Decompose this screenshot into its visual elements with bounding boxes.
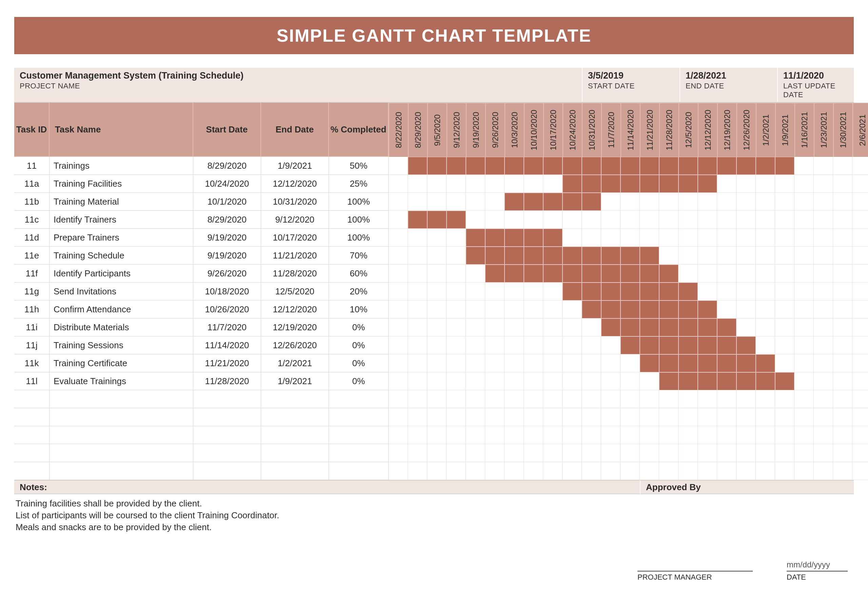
gantt-cell[interactable] bbox=[814, 354, 833, 372]
cell-id[interactable]: 11d bbox=[14, 229, 50, 247]
gantt-cell[interactable] bbox=[485, 264, 505, 283]
gantt-cell[interactable] bbox=[679, 211, 698, 229]
gantt-cell[interactable] bbox=[582, 444, 601, 462]
cell-name[interactable]: Training Sessions bbox=[50, 337, 193, 354]
gantt-cell[interactable] bbox=[814, 283, 833, 300]
gantt-cell[interactable] bbox=[485, 318, 505, 337]
gantt-cell[interactable] bbox=[736, 444, 756, 462]
gantt-cell[interactable] bbox=[505, 211, 524, 229]
gantt-cell[interactable] bbox=[852, 444, 868, 462]
cell-start[interactable]: 9/19/2020 bbox=[193, 247, 261, 264]
gantt-cell[interactable] bbox=[659, 390, 679, 408]
gantt-cell[interactable] bbox=[485, 300, 505, 318]
gantt-cell[interactable] bbox=[736, 337, 756, 354]
gantt-cell[interactable] bbox=[717, 462, 736, 480]
cell-start[interactable]: 10/26/2020 bbox=[193, 300, 261, 318]
gantt-cell[interactable] bbox=[852, 193, 868, 211]
gantt-cell[interactable] bbox=[640, 462, 659, 480]
gantt-cell[interactable] bbox=[698, 211, 717, 229]
gantt-cell[interactable] bbox=[446, 318, 466, 337]
gantt-cell[interactable] bbox=[543, 283, 563, 300]
gantt-cell[interactable] bbox=[543, 408, 563, 426]
empty-cell[interactable] bbox=[329, 426, 389, 444]
gantt-cell[interactable] bbox=[736, 318, 756, 337]
gantt-cell[interactable] bbox=[717, 408, 736, 426]
gantt-cell[interactable] bbox=[736, 426, 756, 444]
gantt-cell[interactable] bbox=[408, 462, 427, 480]
gantt-cell[interactable] bbox=[679, 462, 698, 480]
gantt-cell[interactable] bbox=[717, 283, 736, 300]
gantt-cell[interactable] bbox=[601, 444, 620, 462]
gantt-cell[interactable] bbox=[679, 247, 698, 264]
gantt-cell[interactable] bbox=[852, 211, 868, 229]
gantt-cell[interactable] bbox=[756, 462, 775, 480]
gantt-cell[interactable] bbox=[833, 372, 852, 390]
gantt-cell[interactable] bbox=[582, 408, 601, 426]
gantt-cell[interactable] bbox=[446, 283, 466, 300]
gantt-cell[interactable] bbox=[736, 175, 756, 193]
gantt-cell[interactable] bbox=[524, 354, 543, 372]
gantt-cell[interactable] bbox=[524, 390, 543, 408]
gantt-cell[interactable] bbox=[601, 264, 620, 283]
gantt-cell[interactable] bbox=[466, 408, 485, 426]
cell-name[interactable]: Training Schedule bbox=[50, 247, 193, 264]
gantt-cell[interactable] bbox=[466, 354, 485, 372]
gantt-cell[interactable] bbox=[466, 157, 485, 175]
gantt-cell[interactable] bbox=[814, 300, 833, 318]
gantt-cell[interactable] bbox=[620, 390, 640, 408]
gantt-cell[interactable] bbox=[563, 264, 582, 283]
gantt-cell[interactable] bbox=[794, 372, 814, 390]
gantt-cell[interactable] bbox=[408, 229, 427, 247]
gantt-cell[interactable] bbox=[582, 264, 601, 283]
cell-end[interactable]: 10/17/2020 bbox=[261, 229, 329, 247]
gantt-cell[interactable] bbox=[389, 193, 408, 211]
gantt-cell[interactable] bbox=[717, 157, 736, 175]
gantt-cell[interactable] bbox=[756, 300, 775, 318]
empty-cell[interactable] bbox=[50, 444, 193, 462]
gantt-cell[interactable] bbox=[601, 337, 620, 354]
gantt-cell[interactable] bbox=[601, 426, 620, 444]
gantt-cell[interactable] bbox=[505, 390, 524, 408]
gantt-cell[interactable] bbox=[446, 426, 466, 444]
gantt-cell[interactable] bbox=[466, 264, 485, 283]
gantt-cell[interactable] bbox=[775, 229, 794, 247]
empty-cell[interactable] bbox=[14, 408, 50, 426]
gantt-cell[interactable] bbox=[582, 193, 601, 211]
gantt-cell[interactable] bbox=[601, 408, 620, 426]
gantt-cell[interactable] bbox=[775, 354, 794, 372]
cell-id[interactable]: 11f bbox=[14, 264, 50, 283]
empty-cell[interactable] bbox=[14, 426, 50, 444]
cell-pct[interactable]: 100% bbox=[329, 193, 389, 211]
gantt-cell[interactable] bbox=[814, 337, 833, 354]
gantt-cell[interactable] bbox=[794, 354, 814, 372]
gantt-cell[interactable] bbox=[775, 444, 794, 462]
gantt-cell[interactable] bbox=[427, 283, 446, 300]
gantt-cell[interactable] bbox=[389, 426, 408, 444]
gantt-cell[interactable] bbox=[408, 426, 427, 444]
gantt-cell[interactable] bbox=[620, 300, 640, 318]
gantt-cell[interactable] bbox=[620, 426, 640, 444]
gantt-cell[interactable] bbox=[601, 283, 620, 300]
gantt-cell[interactable] bbox=[543, 300, 563, 318]
gantt-cell[interactable] bbox=[775, 318, 794, 337]
cell-name[interactable]: Training Facilities bbox=[50, 175, 193, 193]
gantt-cell[interactable] bbox=[852, 390, 868, 408]
gantt-cell[interactable] bbox=[640, 157, 659, 175]
gantt-cell[interactable] bbox=[563, 337, 582, 354]
gantt-cell[interactable] bbox=[582, 318, 601, 337]
gantt-cell[interactable] bbox=[814, 211, 833, 229]
cell-end[interactable]: 12/5/2020 bbox=[261, 283, 329, 300]
gantt-cell[interactable] bbox=[524, 211, 543, 229]
gantt-cell[interactable] bbox=[601, 300, 620, 318]
gantt-cell[interactable] bbox=[775, 390, 794, 408]
gantt-cell[interactable] bbox=[485, 354, 505, 372]
gantt-cell[interactable] bbox=[775, 193, 794, 211]
gantt-cell[interactable] bbox=[563, 318, 582, 337]
gantt-cell[interactable] bbox=[814, 462, 833, 480]
gantt-cell[interactable] bbox=[524, 264, 543, 283]
gantt-cell[interactable] bbox=[794, 462, 814, 480]
gantt-cell[interactable] bbox=[679, 318, 698, 337]
gantt-cell[interactable] bbox=[833, 426, 852, 444]
cell-id[interactable]: 11b bbox=[14, 193, 50, 211]
gantt-cell[interactable] bbox=[852, 354, 868, 372]
